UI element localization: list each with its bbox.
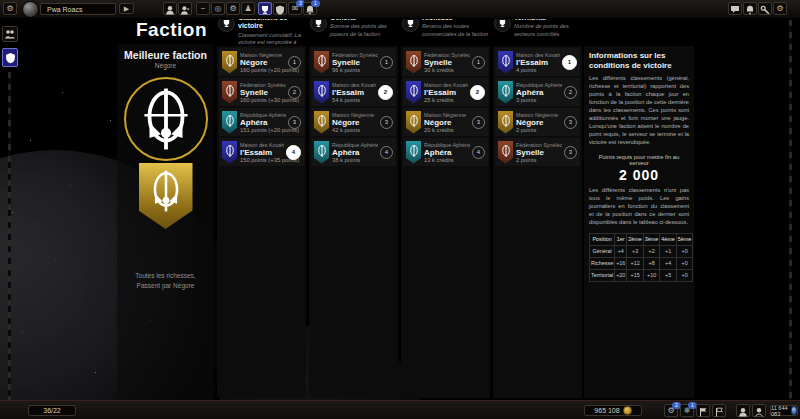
planet-icon[interactable] — [22, 1, 39, 18]
bell-badge: 1 — [311, 0, 320, 7]
faction-rank-row[interactable]: République Aphérienne Aphéra 151 points … — [219, 108, 304, 136]
faction-house: République Aphérienne — [516, 82, 562, 88]
sidebar-item-people[interactable] — [2, 26, 18, 42]
rank-badge: 2 — [470, 85, 485, 100]
faction-house: Maison des Kovahkash — [516, 52, 560, 58]
faction-name: l'Essaim — [516, 58, 560, 67]
gear-icon[interactable]: ⚙ — [773, 2, 787, 15]
person-icon[interactable] — [736, 404, 750, 417]
faction-banner-icon — [314, 51, 329, 74]
credits-display: 965 108 — [584, 405, 642, 416]
rank-badge: 2 — [564, 86, 577, 99]
play-icon[interactable]: ▶ — [119, 3, 134, 14]
faction-banner-icon — [498, 141, 513, 164]
faction-name: Synelle — [516, 148, 562, 157]
best-faction-panel: Meilleure faction Négore Toutes les rich… — [117, 44, 214, 400]
gear-icon[interactable]: ⚙ — [226, 2, 240, 15]
faction-rank-row[interactable]: Maison des Kovahkash l'Essaim 25 k crédi… — [403, 78, 488, 106]
rank-badge: 3 — [288, 116, 301, 129]
person-down-icon[interactable] — [178, 2, 192, 15]
flag-icon[interactable] — [696, 404, 710, 417]
chat-icon[interactable] — [728, 2, 742, 15]
ranking-column-general: Général Somme des points des joueurs de … — [309, 12, 398, 398]
rank-badge: 3 — [564, 116, 577, 129]
faction-score: 96 k points — [332, 67, 378, 73]
faction-rank-row[interactable]: République Aphérienne Aphéra 38 k points… — [311, 138, 396, 166]
faction-name: Synelle — [424, 58, 470, 67]
rank-badge: 3 — [472, 116, 485, 129]
faction-house: Maison des Kovahkash — [424, 82, 468, 88]
faction-rank-row[interactable]: Maison des Kovahkash l'Essaim 54 k point… — [311, 78, 396, 106]
faction-score: 160 points (+20 points) — [240, 67, 286, 73]
best-faction-name: Négore — [117, 62, 214, 69]
faction-house: Fédération Synélectique — [332, 52, 378, 58]
trophy-icon[interactable] — [258, 2, 272, 15]
person-icon[interactable] — [163, 2, 177, 15]
column-description: Somme des points des joueurs de la facti… — [330, 23, 397, 38]
faction-rank-row[interactable]: Maison Négienne Négore 160 points (+20 p… — [219, 48, 304, 76]
gear-icon[interactable]: ⚙ 2 — [664, 404, 678, 417]
faction-house: Maison Négienne — [240, 52, 286, 58]
best-faction-title: Meilleure faction — [117, 49, 214, 61]
rank-badge: 1 — [472, 56, 485, 69]
faction-rank-row[interactable]: Fédération Synélectique Synelle 96 k poi… — [311, 48, 396, 76]
faction-banner-icon — [222, 51, 237, 74]
faction-name: l'Essaim — [240, 148, 284, 157]
gear-icon[interactable]: ⚙ — [3, 2, 17, 15]
wrench-icon[interactable] — [758, 2, 772, 15]
faction-rank-row[interactable]: Fédération Synélectique Synelle 2 points… — [495, 138, 580, 166]
ranking-column-victory: Classement de victoire Classement cumula… — [217, 12, 306, 398]
faction-emblem-icon — [124, 77, 208, 161]
faction-score: 4 points — [516, 67, 560, 73]
faction-rank-row[interactable]: République Aphérienne Aphéra 13 k crédit… — [403, 138, 488, 166]
pawn-icon[interactable]: ♟ — [241, 2, 255, 15]
faction-rank-row[interactable]: Maison Négienne Négore 42 k points 3 — [311, 108, 396, 136]
faction-rank-row[interactable]: République Aphérienne Aphéra 3 points 2 — [495, 78, 580, 106]
bell-icon[interactable]: 1 — [303, 2, 317, 15]
faction-score: 25 k crédits — [424, 97, 468, 103]
ranking-column-wealth: Richesse Revenu des routes commerciales … — [401, 12, 490, 398]
faction-banner-icon — [222, 81, 237, 104]
person-icon[interactable] — [752, 404, 766, 417]
faction-rank-row[interactable]: Maison Négienne Négore 2 points 3 — [495, 108, 580, 136]
faction-rank-row[interactable]: Maison des Kovahkash l'Essaim 150 points… — [219, 138, 304, 166]
minus-icon[interactable]: − — [196, 2, 210, 15]
rankings-section: Classement de victoire Classement cumula… — [217, 12, 583, 398]
faction-rank-row[interactable]: Maison des Kovahkash l'Essaim 4 points 1 — [495, 48, 580, 76]
faction-name: Négore — [332, 118, 378, 127]
faction-rank-row[interactable]: Maison Négienne Négore 20 k crédits 3 — [403, 108, 488, 136]
target-icon[interactable]: ◎ — [211, 2, 225, 15]
sidebar-item-faction[interactable] — [2, 48, 18, 67]
right-chain-decoration — [789, 20, 792, 400]
rank-badge: 4 — [286, 145, 301, 160]
faction-banner-icon — [498, 111, 513, 134]
timer-display: 36/22 — [28, 405, 76, 416]
victory-info-panel: Informations sur les conditions de victo… — [584, 46, 694, 398]
faction-banner-icon — [406, 51, 421, 74]
faction-banner-icon — [498, 81, 513, 104]
faction-house: République Aphérienne — [424, 142, 470, 148]
faction-score: 13 k crédits — [424, 157, 470, 163]
location-field[interactable]: Pwa Roacs — [40, 3, 116, 15]
faction-name: Aphéra — [516, 88, 562, 97]
location-label: Pwa Roacs — [47, 6, 82, 13]
faction-banner-icon — [406, 141, 421, 164]
table-row: Général +4 +3 +2 +1 +0 — [590, 245, 693, 257]
faction-rank-row[interactable]: Fédération Synélectique Synelle 160 poin… — [219, 78, 304, 106]
bell-icon[interactable] — [743, 2, 757, 15]
snowflake-icon[interactable]: ❄ 1 — [680, 404, 694, 417]
ranking-list: Fédération Synélectique Synelle 30 k cré… — [401, 46, 490, 398]
faction-score: 54 k points — [332, 97, 376, 103]
faction-rank-row[interactable]: Fédération Synélectique Synelle 30 k cré… — [403, 48, 488, 76]
ranking-list: Maison des Kovahkash l'Essaim 4 points 1… — [493, 46, 582, 398]
bottom-bar: 36/22 965 108 ⚙ 2 ❄ 1 11 644 083 — [0, 400, 800, 419]
page-title: Faction — [136, 19, 207, 41]
faction-score: 160 points (+30 points) — [240, 97, 286, 103]
mail-icon[interactable]: ✉ 3 — [288, 2, 302, 15]
faction-score: 150 points (+35 points) — [240, 157, 284, 163]
flag-icon[interactable] — [712, 404, 726, 417]
faction-score: 20 k crédits — [424, 127, 470, 133]
shield-icon[interactable] — [273, 2, 287, 15]
faction-house: Maison des Kovahkash — [240, 142, 284, 148]
faction-house: Maison Négienne — [424, 112, 470, 118]
